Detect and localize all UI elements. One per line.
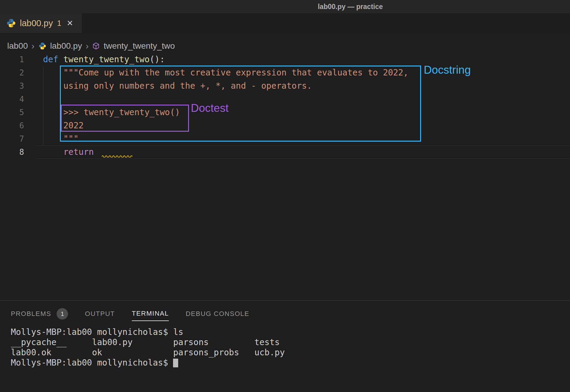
code-line[interactable] xyxy=(43,93,570,106)
panel-tab-output[interactable]: OUTPUT xyxy=(85,307,115,321)
code-token xyxy=(43,134,63,144)
terminal-cursor xyxy=(173,359,178,367)
code-token xyxy=(43,121,63,130)
line-number[interactable]: 4 xyxy=(0,93,24,106)
python-icon xyxy=(6,18,16,28)
panel-tab-bar: PROBLEMS1OUTPUTTERMINALDEBUG CONSOLE xyxy=(11,307,249,321)
line-number[interactable]: 1 xyxy=(0,53,24,66)
panel-tab-label: OUTPUT xyxy=(85,310,115,318)
panel-tab-terminal[interactable]: TERMINAL xyxy=(132,307,169,321)
window-title: lab00.py — practice xyxy=(318,3,383,11)
tab-badge: 1 xyxy=(57,19,61,28)
terminal-line: __pycache__ lab00.py parsons tests xyxy=(11,337,570,348)
vscode-window: { "titlebar": { "title": "lab00.py — pra… xyxy=(0,0,570,392)
tab-label: lab00.py xyxy=(20,18,53,28)
line-number[interactable]: 3 xyxy=(0,79,24,93)
code-token xyxy=(43,81,63,91)
line-number[interactable]: 6 xyxy=(0,119,24,132)
breadcrumb-symbol[interactable]: twenty_twenty_two xyxy=(104,41,175,51)
code-line[interactable]: def twenty_twenty_two(): xyxy=(43,53,570,66)
problems-count-badge: 1 xyxy=(57,308,68,320)
line-number[interactable]: 5 xyxy=(0,106,24,119)
code-line[interactable]: 2022 xyxy=(43,119,570,132)
code-token: >>> twenty_twenty_two() xyxy=(63,107,180,117)
terminal-line: Mollys-MBP:lab00 mollynicholas$ xyxy=(11,358,570,368)
code-token: twenty_twenty_two xyxy=(63,54,150,64)
breadcrumb-file[interactable]: lab00.py xyxy=(50,41,82,51)
code-token: """Come up with the most creative expres… xyxy=(63,68,408,78)
tab-lab00[interactable]: lab00.py 1 ✕ xyxy=(0,13,82,33)
panel-tab-problems[interactable]: PROBLEMS1 xyxy=(11,307,68,321)
code-token xyxy=(43,107,63,117)
symbol-cube-icon xyxy=(92,42,100,50)
terminal-line: lab00.ok ok parsons_probs ucb.py xyxy=(11,348,570,358)
chevron-right-icon: › xyxy=(85,41,88,51)
panel-divider xyxy=(0,300,570,301)
code-token xyxy=(43,68,63,78)
line-number[interactable]: 2 xyxy=(0,66,24,79)
panel-tab-label: PROBLEMS xyxy=(11,310,51,318)
warning-squiggle xyxy=(102,155,132,158)
panel-tab-label: DEBUG CONSOLE xyxy=(186,310,249,318)
line-number[interactable]: 8 xyxy=(0,145,24,159)
terminal[interactable]: Mollys-MBP:lab00 mollynicholas$ ls__pyca… xyxy=(11,327,570,368)
line-number[interactable]: 7 xyxy=(0,132,24,145)
code-lines: def twenty_twenty_two(): """Come up with… xyxy=(43,53,570,159)
code-token: def xyxy=(43,54,63,64)
terminal-line: Mollys-MBP:lab00 mollynicholas$ ls xyxy=(11,327,570,337)
editor[interactable]: 12345678 def twenty_twenty_two(): """Com… xyxy=(0,53,570,287)
titlebar: lab00.py — practice xyxy=(0,0,570,13)
code-token: 2022 xyxy=(63,121,83,130)
code-token: (): xyxy=(150,54,165,64)
chevron-right-icon: › xyxy=(32,41,35,51)
code-line[interactable]: """ xyxy=(43,132,570,145)
code-token: using only numbers and the +, *, and - o… xyxy=(63,81,312,91)
code-token: """ xyxy=(63,134,79,144)
code-line[interactable]: using only numbers and the +, *, and - o… xyxy=(43,79,570,93)
code-line[interactable]: """Come up with the most creative expres… xyxy=(43,66,570,79)
close-icon[interactable]: ✕ xyxy=(67,19,73,28)
panel-tab-label: TERMINAL xyxy=(132,310,169,317)
code-line[interactable]: >>> twenty_twenty_two() xyxy=(43,106,570,119)
code-token: return xyxy=(63,147,99,157)
gutter: 12345678 xyxy=(0,53,24,159)
panel-tab-debug-console[interactable]: DEBUG CONSOLE xyxy=(186,307,249,321)
tab-strip: lab00.py 1 ✕ xyxy=(0,13,570,33)
python-icon xyxy=(38,42,47,50)
breadcrumb-folder[interactable]: lab00 xyxy=(7,41,28,51)
breadcrumb: lab00 › lab00.py › twenty_twenty_two xyxy=(7,38,175,54)
code-token xyxy=(43,147,63,157)
